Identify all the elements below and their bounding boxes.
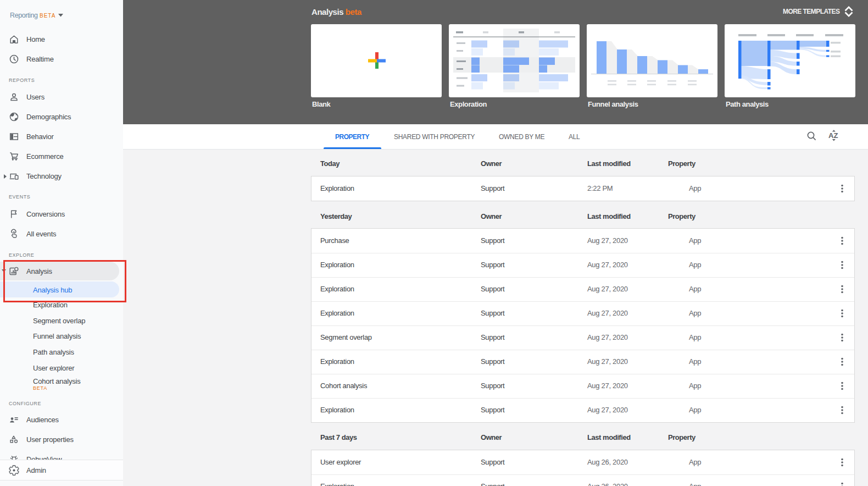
svg-text:A: A: [828, 131, 834, 140]
svg-text:Z: Z: [834, 131, 838, 140]
